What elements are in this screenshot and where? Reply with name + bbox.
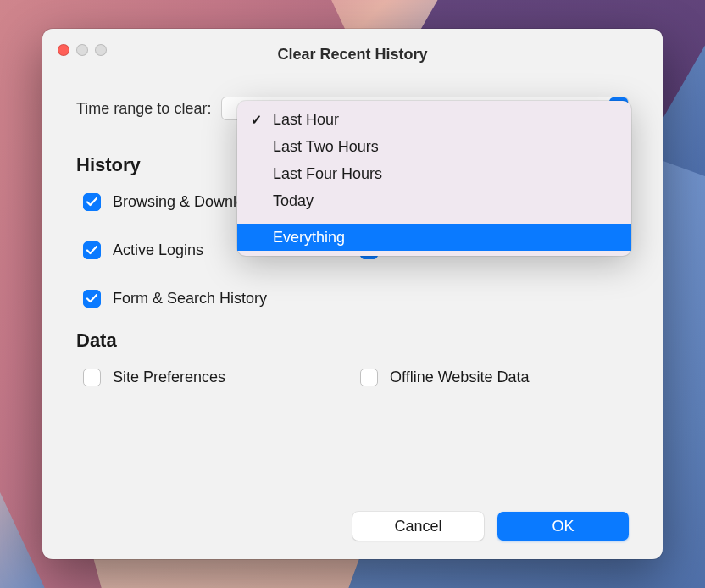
dropdown-option[interactable]: Last Two Hours <box>237 133 631 160</box>
history-item-checkbox[interactable] <box>83 241 101 259</box>
titlebar: Clear Recent History <box>42 29 663 71</box>
data-item-checkbox[interactable] <box>360 369 378 386</box>
history-item-label: Active Logins <box>113 241 203 259</box>
ok-button[interactable]: OK <box>497 512 629 541</box>
data-item-label: Site Preferences <box>113 369 225 386</box>
dropdown-option[interactable]: Everything <box>237 224 631 251</box>
data-heading: Data <box>76 330 629 352</box>
dropdown-option[interactable]: Last Hour <box>237 106 631 133</box>
time-range-dropdown: Last HourLast Two HoursLast Four HoursTo… <box>237 101 631 256</box>
window-controls <box>58 44 107 56</box>
minimize-icon <box>76 44 88 56</box>
maximize-icon <box>95 44 107 56</box>
history-item-checkbox[interactable] <box>83 290 101 308</box>
data-item-label: Offline Website Data <box>390 369 529 386</box>
data-item-row: Offline Website Data <box>360 369 629 386</box>
time-range-label: Time range to clear: <box>76 100 211 118</box>
clear-history-dialog: Clear Recent History Time range to clear… <box>42 29 663 559</box>
data-item-row: Site Preferences <box>83 369 352 386</box>
history-item-row: Form & Search History <box>83 290 352 308</box>
history-item-checkbox[interactable] <box>83 193 101 211</box>
dropdown-divider <box>273 219 614 219</box>
close-icon[interactable] <box>58 44 69 56</box>
cancel-button[interactable]: Cancel <box>352 512 484 541</box>
window-title: Clear Recent History <box>58 37 647 64</box>
data-item-checkbox[interactable] <box>83 369 101 386</box>
history-item-label: Form & Search History <box>113 290 267 308</box>
dropdown-option[interactable]: Today <box>237 187 631 214</box>
dropdown-option[interactable]: Last Four Hours <box>237 160 631 187</box>
